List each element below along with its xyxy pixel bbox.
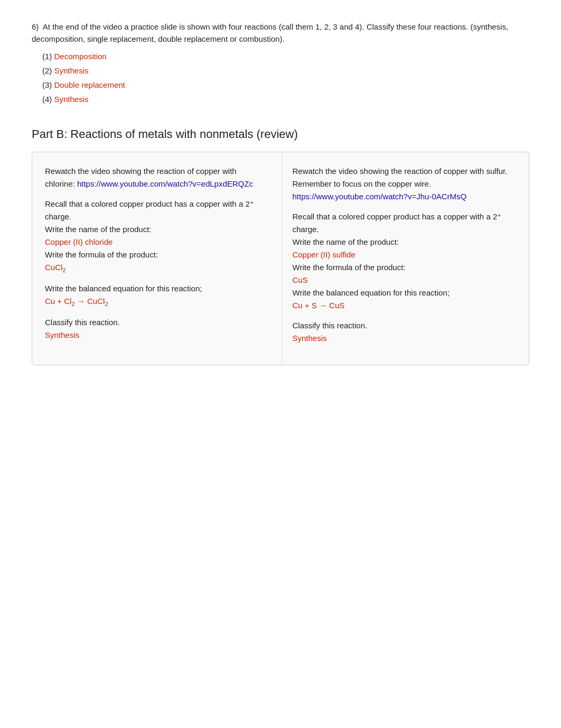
question-6-text: 6) At the end of the video a practice sl… <box>32 21 529 45</box>
two-column-box: Rewatch the video showing the reaction o… <box>32 152 529 365</box>
part-b-title: Part B: Reactions of metals with nonmeta… <box>32 127 529 141</box>
right-equation: Cu + S → CuS <box>293 301 345 310</box>
answer-3-value: Double replacement <box>54 80 125 89</box>
left-recall-text: Recall that a colored copper product has… <box>45 198 269 275</box>
left-column: Rewatch the video showing the reaction o… <box>32 152 282 365</box>
left-equation-text: Write the balanced equation for this rea… <box>45 282 269 309</box>
left-video-text: Rewatch the video showing the reaction o… <box>45 165 269 190</box>
answer-2-value: Synthesis <box>54 66 89 75</box>
question-6-body: At the end of the video a practice slide… <box>32 22 508 43</box>
left-classify-text: Classify this reaction. Synthesis <box>45 316 269 342</box>
left-classification: Synthesis <box>45 330 79 339</box>
right-classify-text: Classify this reaction. Synthesis <box>293 319 517 345</box>
left-write-name: Write the name of the product: <box>45 225 152 234</box>
left-video-link[interactable]: https://www.youtube.com/watch?v=edLpxdER… <box>77 179 253 188</box>
right-write-equation: Write the balanced equation for this rea… <box>293 288 450 297</box>
right-column: Rewatch the video showing the reaction o… <box>282 152 529 365</box>
right-write-name: Write the name of the product: <box>293 237 399 246</box>
answer-1-label: (1) <box>42 52 54 61</box>
right-product-name: Copper (II) sulfide <box>293 250 356 259</box>
right-recall-text: Recall that a colored copper product has… <box>293 210 517 312</box>
section-6: 6) At the end of the video a practice sl… <box>32 21 529 106</box>
left-equation: Cu + Cl2 → CuCl2 <box>45 297 108 306</box>
question-6-prefix: 6) <box>32 22 39 31</box>
answer-1: (1) Decomposition <box>42 49 529 63</box>
answers-list: (1) Decomposition (2) Synthesis (3) Doub… <box>42 49 529 106</box>
left-write-formula: Write the formula of the product: <box>45 250 158 259</box>
right-video-prefix: Rewatch the video showing the reaction o… <box>293 167 508 188</box>
answer-1-value: Decomposition <box>54 52 107 61</box>
answer-4-label: (4) <box>42 95 54 104</box>
right-video-text: Rewatch the video showing the reaction o… <box>293 165 517 203</box>
left-formula: CuCl2 <box>45 263 66 272</box>
right-formula: CuS <box>293 275 308 284</box>
answer-3-label: (3) <box>42 80 54 89</box>
left-product-name: Copper (II) chloride <box>45 237 113 246</box>
right-write-formula: Write the formula of the product: <box>293 263 406 272</box>
answer-2: (2) Synthesis <box>42 63 529 78</box>
right-classification: Synthesis <box>293 334 327 343</box>
answer-4: (4) Synthesis <box>42 92 529 106</box>
right-video-link[interactable]: https://www.youtube.com/watch?v=Jhu-0ACr… <box>293 192 467 201</box>
answer-3: (3) Double replacement <box>42 78 529 92</box>
answer-4-value: Synthesis <box>54 95 89 104</box>
answer-2-label: (2) <box>42 66 54 75</box>
